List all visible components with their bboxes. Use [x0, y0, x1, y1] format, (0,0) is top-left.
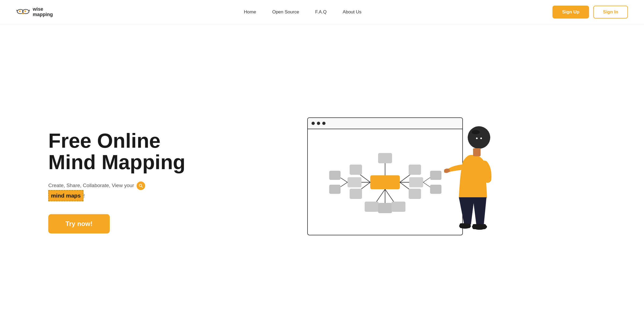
svg-rect-20 — [350, 165, 362, 175]
svg-rect-27 — [409, 165, 421, 175]
svg-rect-31 — [430, 171, 441, 180]
subtitle-before: Create, Share, Collaborate, View your — [48, 183, 134, 188]
svg-rect-33 — [378, 153, 392, 163]
hero-subtitle: Create, Share, Collaborate, View your mi… — [48, 181, 185, 201]
hero-title-line1: Free Online — [48, 129, 160, 152]
nav-actions: Sign Up Sign In — [552, 6, 628, 18]
svg-point-37 — [468, 126, 490, 149]
svg-line-3 — [29, 10, 30, 11]
subtitle-highlight: mind maps — [48, 190, 83, 201]
svg-rect-8 — [370, 175, 400, 189]
nav-open-source[interactable]: Open Source — [272, 9, 299, 14]
svg-rect-36 — [391, 202, 405, 212]
svg-rect-43 — [473, 224, 486, 229]
logo[interactable]: wise mapping — [16, 5, 53, 19]
svg-point-45 — [476, 138, 478, 139]
signup-button[interactable]: Sign Up — [552, 6, 589, 18]
svg-point-5 — [24, 10, 26, 12]
svg-rect-35 — [378, 203, 392, 213]
svg-rect-26 — [409, 177, 423, 187]
browser-window — [307, 117, 463, 235]
hero-section: Free Online Mind Mapping Create, Share, … — [0, 24, 644, 334]
browser-dot-1 — [312, 122, 315, 125]
svg-rect-24 — [329, 171, 341, 180]
nav-home[interactable]: Home — [244, 9, 256, 14]
svg-point-46 — [480, 138, 482, 139]
nav-about[interactable]: About Us — [343, 9, 361, 14]
svg-line-2 — [16, 10, 17, 11]
logo-text-line1: wise — [33, 7, 53, 12]
svg-rect-21 — [350, 189, 362, 199]
hero-title: Free Online Mind Mapping — [48, 130, 185, 173]
svg-rect-41 — [460, 223, 470, 228]
svg-rect-32 — [430, 185, 441, 194]
hero-title-line2: Mind Mapping — [48, 151, 185, 173]
browser-content — [308, 129, 462, 235]
logo-icon — [16, 5, 30, 19]
signin-button[interactable]: Sign In — [593, 6, 628, 18]
svg-point-4 — [19, 10, 21, 12]
browser-dot-3 — [322, 122, 325, 125]
svg-rect-34 — [365, 202, 379, 212]
svg-rect-19 — [347, 177, 361, 187]
svg-line-7 — [141, 186, 142, 187]
subtitle-after: ! — [83, 193, 85, 199]
hero-illustration — [185, 112, 612, 251]
browser-bar — [308, 118, 462, 129]
try-now-button[interactable]: Try now! — [48, 214, 110, 233]
search-icon — [137, 181, 145, 190]
svg-rect-25 — [329, 185, 341, 194]
nav-links: Home Open Source F.A.Q About Us — [244, 9, 361, 15]
illustration-container — [307, 112, 490, 251]
nav-faq[interactable]: F.A.Q — [315, 9, 327, 14]
navbar: wise mapping Home Open Source F.A.Q Abou… — [0, 0, 644, 24]
person-illustration — [444, 123, 498, 251]
svg-point-38 — [472, 130, 480, 134]
mind-map-diagram — [321, 134, 449, 230]
logo-text-line2: mapping — [33, 12, 53, 17]
svg-rect-44 — [473, 148, 481, 156]
svg-rect-28 — [409, 189, 421, 199]
hero-content: Free Online Mind Mapping Create, Share, … — [48, 130, 185, 233]
browser-dot-2 — [317, 122, 320, 125]
